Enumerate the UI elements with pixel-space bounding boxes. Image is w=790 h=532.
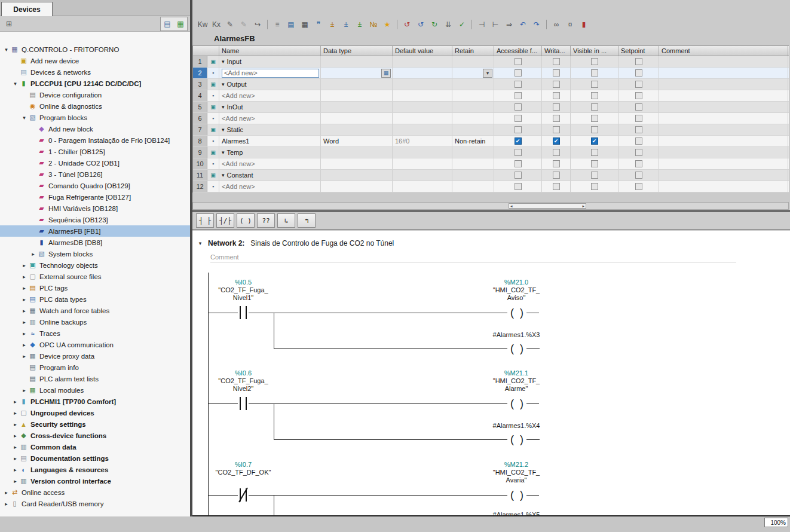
- chevron-right-icon[interactable]: ▸: [20, 285, 28, 291]
- operand-name[interactable]: "HMI_CO2_TF_: [458, 469, 575, 476]
- tree-item[interactable]: ▸◐Languages & resources: [0, 464, 190, 475]
- keep-actual-values-icon[interactable]: Kw: [196, 18, 209, 31]
- chevron-right-icon[interactable]: ▸: [20, 308, 28, 314]
- chevron-right-icon[interactable]: ▸: [20, 296, 28, 302]
- section-collapse-icon[interactable]: ▾: [222, 127, 225, 133]
- consistency-check-icon[interactable]: ✓: [455, 18, 469, 31]
- checkbox[interactable]: [635, 58, 642, 65]
- operand-name[interactable]: "HMI_CO2_TF_: [458, 377, 575, 385]
- set-coil-icon[interactable]: ⊣: [475, 18, 488, 31]
- tab-devices[interactable]: Devices: [1, 2, 53, 16]
- update-call-icon[interactable]: ↻: [428, 18, 441, 31]
- contact-operand[interactable]: %I0.5 "CO2_TF_Fuga_ Nivel1": [194, 279, 292, 302]
- horizontal-scrollbar[interactable]: ◂ ▸: [192, 202, 789, 210]
- datatype-cell[interactable]: [321, 90, 393, 101]
- default-value-cell[interactable]: [393, 181, 452, 192]
- chevron-right-icon[interactable]: ▸: [2, 490, 10, 496]
- name-cell[interactable]: <Add new>: [219, 113, 321, 124]
- tree-item[interactable]: ▰Fuga Refrigerante [OB127]: [0, 191, 190, 203]
- tree-item[interactable]: ▰0 - Paragem Instalação de Frio [OB124]: [0, 134, 190, 146]
- chevron-right-icon[interactable]: ▸: [11, 467, 19, 473]
- details-view-icon[interactable]: ▤: [161, 17, 174, 30]
- operand-name[interactable]: Nivel2": [194, 385, 292, 393]
- retain-cell[interactable]: Non-retain: [452, 136, 494, 146]
- checkbox[interactable]: [515, 58, 522, 65]
- tree-item[interactable]: ▸▥Common data: [0, 441, 190, 452]
- checkbox[interactable]: [591, 81, 598, 88]
- datatype-cell[interactable]: [321, 147, 393, 158]
- tree-item[interactable]: ▤Program info: [0, 362, 190, 373]
- checkbox[interactable]: [515, 137, 522, 145]
- checkbox[interactable]: [515, 183, 522, 190]
- interface-visibility-icon[interactable]: ▤: [284, 18, 298, 31]
- comment-cell[interactable]: [659, 68, 788, 78]
- checkbox[interactable]: [635, 137, 642, 145]
- retain-dropdown-button[interactable]: ▾: [483, 69, 492, 78]
- tree-item[interactable]: ▸▢Ungrouped devices: [0, 407, 190, 418]
- coil-icon[interactable]: ( ): [507, 432, 526, 447]
- operand-name[interactable]: Alarme": [458, 385, 575, 393]
- default-value-cell[interactable]: [393, 68, 452, 78]
- tree-item[interactable]: ▸⇄Online access: [0, 487, 190, 498]
- reset-start-values-icon[interactable]: Kx: [210, 18, 223, 31]
- comment-cell[interactable]: [659, 136, 788, 146]
- name-cell[interactable]: ▾Constant: [219, 170, 321, 181]
- name-cell[interactable]: ▾Output: [219, 79, 321, 90]
- name-cell[interactable]: ▾Static: [219, 124, 321, 135]
- comment-cell[interactable]: [659, 56, 788, 67]
- checkbox[interactable]: [591, 183, 598, 190]
- chevron-down-icon[interactable]: ▾: [20, 115, 28, 121]
- datatype-cell[interactable]: [321, 170, 393, 181]
- tree-item[interactable]: ▸▯Card Reader/USB memory: [0, 498, 190, 509]
- tree-item[interactable]: ▤Device configuration: [0, 89, 190, 100]
- checkbox[interactable]: [553, 183, 560, 190]
- operand-name[interactable]: Nivel1": [194, 294, 292, 302]
- name-input[interactable]: <Add new>: [222, 69, 319, 78]
- retain-cell[interactable]: [452, 170, 494, 181]
- checkbox[interactable]: [553, 103, 560, 111]
- tree-item[interactable]: ▸▣Technology objects: [0, 259, 190, 271]
- favorites-icon[interactable]: ★: [381, 18, 394, 31]
- chevron-right-icon[interactable]: ▸: [20, 342, 28, 348]
- empty-box-button[interactable]: ??: [257, 213, 275, 228]
- checkbox[interactable]: [635, 115, 642, 122]
- checkbox[interactable]: [553, 172, 560, 179]
- datatype-cell[interactable]: [321, 158, 393, 169]
- retain-cell[interactable]: [452, 181, 494, 192]
- comment-cell[interactable]: [659, 79, 788, 90]
- checkbox[interactable]: [515, 69, 522, 77]
- chevron-right-icon[interactable]: ▸: [11, 455, 19, 461]
- column-header[interactable]: Data type: [321, 46, 393, 56]
- datatype-cell[interactable]: [321, 102, 393, 112]
- column-header[interactable]: Visible in ...: [571, 46, 618, 56]
- checkbox[interactable]: [591, 137, 598, 145]
- retain-cell[interactable]: [452, 124, 494, 135]
- comment-cell[interactable]: [659, 181, 788, 192]
- rewire-tag-icon[interactable]: ↪: [251, 18, 264, 31]
- comment-cell[interactable]: [659, 170, 788, 181]
- checkbox[interactable]: [635, 126, 642, 133]
- network-title[interactable]: Sinais de Controlo de Fuga de CO2 no Tún…: [250, 239, 394, 247]
- checkbox[interactable]: [635, 92, 642, 99]
- chevron-right-icon[interactable]: ▸: [11, 410, 19, 416]
- checkbox[interactable]: [553, 160, 560, 167]
- operand-name[interactable]: "CO2_TF_Fuga_: [194, 286, 292, 294]
- checkbox[interactable]: [553, 149, 560, 156]
- name-cell[interactable]: <Add new>: [219, 181, 321, 192]
- tree-item[interactable]: ▰AlarmesFB [FB1]: [0, 225, 190, 237]
- tree-item[interactable]: ▸▲Security settings: [0, 418, 190, 430]
- tree-item[interactable]: ▸▥Online backups: [0, 316, 190, 328]
- checkbox[interactable]: [515, 149, 522, 156]
- tree-item[interactable]: ▸▢External source files: [0, 271, 190, 282]
- no-contact-button[interactable]: ┤ ├: [196, 213, 214, 228]
- tree-item[interactable]: ▸▤Documentation settings: [0, 452, 190, 464]
- checkbox[interactable]: [635, 149, 642, 156]
- section-collapse-icon[interactable]: ▾: [222, 172, 225, 178]
- contact-operand[interactable]: %I0.7 "CO2_TF_DF_OK": [194, 461, 292, 476]
- retain-cell[interactable]: [452, 113, 494, 124]
- checkbox[interactable]: [553, 58, 560, 65]
- checkbox[interactable]: [635, 69, 642, 77]
- section-collapse-icon[interactable]: ▾: [222, 59, 225, 65]
- tree-item[interactable]: ▤Devices & networks: [0, 66, 190, 78]
- jump-label-icon[interactable]: ⇒: [503, 18, 516, 31]
